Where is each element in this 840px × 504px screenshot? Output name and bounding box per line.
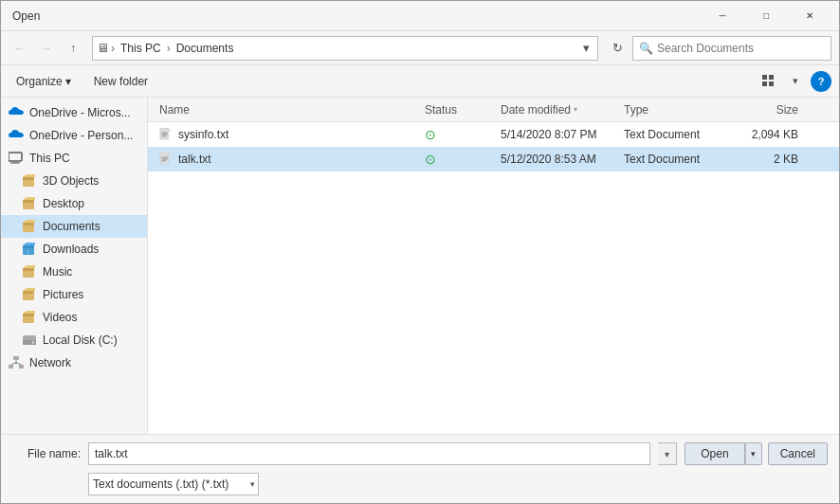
- sidebar-item-documents[interactable]: Documents: [1, 215, 147, 238]
- sidebar-item-this-pc[interactable]: This PC: [1, 147, 147, 170]
- organize-dropdown-icon: ▾: [65, 75, 71, 88]
- svg-rect-4: [9, 153, 22, 161]
- organize-button[interactable]: Organize ▾: [9, 72, 79, 91]
- refresh-button[interactable]: ↻: [606, 37, 629, 60]
- sidebar-item-pictures[interactable]: Pictures: [1, 283, 147, 306]
- file-list-container: Name Status Date modified ▾ Type Size: [148, 98, 839, 434]
- svg-rect-34: [19, 365, 24, 369]
- file-type-sysinfo: Text Document: [616, 128, 730, 141]
- svg-marker-12: [23, 197, 35, 200]
- svg-rect-24: [23, 291, 34, 294]
- svg-rect-11: [23, 200, 34, 203]
- pictures-icon: [22, 287, 37, 302]
- onedrive-person-icon: [9, 128, 24, 143]
- filetype-wrapper: Text documents (.txt) (*.txt) All files …: [88, 473, 259, 495]
- col-header-type[interactable]: Type: [616, 103, 730, 117]
- sidebar-label-network: Network: [29, 356, 71, 369]
- sidebar-item-local-disk[interactable]: Local Disk (C:): [1, 329, 147, 351]
- svg-rect-14: [23, 223, 34, 225]
- dialog-title: Open: [12, 9, 40, 23]
- svg-rect-39: [160, 128, 169, 139]
- window-controls: ─ □ ✕: [701, 1, 831, 31]
- new-folder-button[interactable]: New folder: [86, 72, 155, 91]
- sidebar-label-videos: Videos: [43, 311, 77, 324]
- filename-dropdown-button[interactable]: ▾: [658, 442, 677, 465]
- open-arrow-button[interactable]: ▾: [745, 442, 762, 465]
- svg-rect-45: [160, 153, 169, 164]
- search-input[interactable]: [657, 42, 825, 55]
- back-button[interactable]: ←: [9, 37, 31, 60]
- sidebar-item-3d-objects[interactable]: 3D Objects: [1, 170, 147, 192]
- minimize-button[interactable]: ─: [701, 1, 744, 31]
- table-row[interactable]: talk.txt ⊙ 5/12/2020 8:53 AM Text Docume…: [148, 147, 839, 171]
- view-dropdown-button[interactable]: ▾: [784, 70, 807, 93]
- sidebar-item-network[interactable]: Network: [1, 351, 147, 374]
- file-size-talk: 2 KB: [730, 153, 806, 166]
- maximize-button[interactable]: □: [744, 1, 788, 31]
- table-row[interactable]: sysinfo.txt ⊙ 5/14/2020 8:07 PM Text Doc…: [148, 122, 839, 147]
- address-dropdown-button[interactable]: ▾: [578, 41, 593, 55]
- file-date-sysinfo: 5/14/2020 8:07 PM: [493, 128, 616, 141]
- col-header-status[interactable]: Status: [417, 103, 493, 117]
- svg-text:↓: ↓: [27, 248, 29, 254]
- documents-icon: [22, 219, 37, 234]
- search-box: 🔍: [632, 36, 831, 61]
- sidebar-item-videos[interactable]: Videos: [1, 306, 147, 329]
- svg-point-38: [15, 362, 17, 364]
- filename-input[interactable]: [88, 442, 650, 465]
- file-list-header: Name Status Date modified ▾ Type Size: [148, 98, 839, 122]
- title-bar: Open ─ □ ✕: [1, 1, 839, 31]
- search-icon: 🔍: [639, 42, 653, 55]
- address-bar: 🖥 › This PC › Documents ▾: [92, 36, 598, 61]
- sidebar-label-onedrive-micro: OneDrive - Micros...: [29, 106, 131, 119]
- svg-rect-1: [769, 75, 774, 80]
- cancel-button[interactable]: Cancel: [768, 442, 828, 465]
- close-button[interactable]: ✕: [788, 1, 831, 31]
- svg-rect-27: [23, 314, 34, 316]
- help-button[interactable]: ?: [811, 71, 831, 92]
- svg-marker-28: [23, 311, 35, 314]
- svg-marker-9: [23, 174, 35, 177]
- file-date-talk: 5/12/2020 8:53 AM: [493, 153, 616, 166]
- up-button[interactable]: ↑: [62, 37, 84, 60]
- this-pc-icon: [9, 151, 24, 166]
- svg-marker-25: [23, 288, 35, 291]
- breadcrumb-this-pc[interactable]: This PC: [117, 40, 165, 57]
- sidebar-label-local-disk: Local Disk (C:): [43, 333, 118, 347]
- onedrive-micro-icon: [9, 105, 24, 120]
- music-icon: [22, 264, 37, 279]
- filetype-select[interactable]: Text documents (.txt) (*.txt) All files …: [88, 473, 259, 495]
- desktop-icon: [22, 196, 37, 211]
- view-button[interactable]: [758, 70, 780, 93]
- sidebar-label-music: Music: [43, 265, 72, 279]
- sidebar-item-onedrive-micro[interactable]: OneDrive - Micros...: [1, 101, 147, 124]
- downloads-icon: ↓: [22, 242, 37, 257]
- sidebar-label-downloads: Downloads: [43, 243, 99, 256]
- view-grid-icon: [762, 75, 776, 88]
- status-check-icon: ⊙: [425, 152, 436, 167]
- file-name-talk: talk.txt: [152, 153, 417, 166]
- filename-label: File name:: [12, 447, 81, 460]
- sidebar-item-desktop[interactable]: Desktop: [1, 192, 147, 215]
- action-bar: Organize ▾ New folder ▾ ?: [1, 65, 839, 98]
- sidebar-label-documents: Documents: [43, 220, 100, 233]
- col-header-size[interactable]: Size: [730, 103, 806, 117]
- sidebar: OneDrive - Micros... OneDrive - Person..…: [1, 98, 148, 434]
- sidebar-label-this-pc: This PC: [29, 152, 70, 165]
- svg-rect-0: [762, 75, 767, 80]
- forward-button[interactable]: →: [35, 37, 58, 60]
- open-dialog: Open ─ □ ✕ ← → ↑ 🖥 › This PC › Documents…: [0, 0, 840, 504]
- local-disk-icon: [22, 333, 37, 348]
- col-header-date[interactable]: Date modified ▾: [493, 103, 616, 117]
- sidebar-item-onedrive-person[interactable]: OneDrive - Person...: [1, 124, 147, 147]
- sidebar-item-music[interactable]: Music: [1, 261, 147, 283]
- svg-rect-21: [23, 268, 34, 271]
- file-status-sysinfo: ⊙: [417, 127, 493, 142]
- txt-file-icon: [159, 128, 173, 141]
- sidebar-label-onedrive-person: OneDrive - Person...: [29, 129, 133, 142]
- breadcrumb-documents[interactable]: Documents: [173, 40, 238, 57]
- open-button[interactable]: Open: [685, 442, 744, 465]
- col-header-name[interactable]: Name: [152, 103, 417, 117]
- sidebar-item-downloads[interactable]: ↓ Downloads: [1, 238, 147, 261]
- txt-file-icon: [159, 153, 173, 166]
